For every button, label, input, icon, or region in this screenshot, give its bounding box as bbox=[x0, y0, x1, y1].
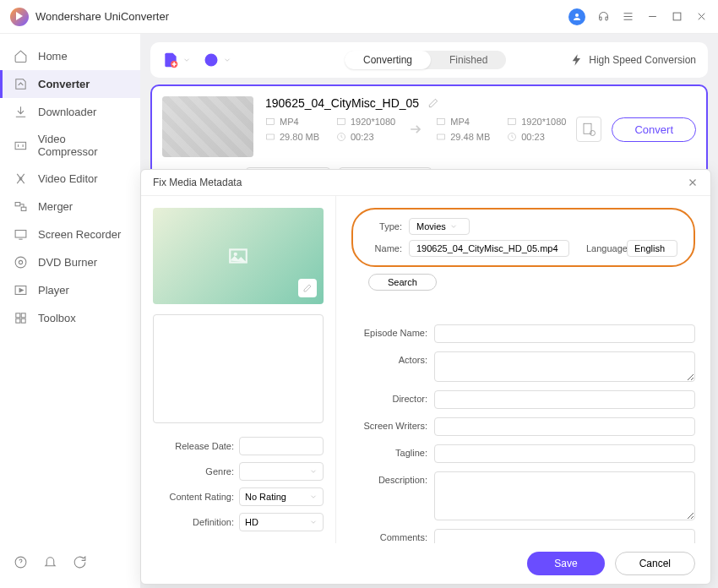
svg-rect-13 bbox=[21, 318, 25, 323]
recorder-icon bbox=[14, 227, 28, 242]
maximize-icon[interactable] bbox=[671, 10, 683, 23]
svg-rect-12 bbox=[16, 318, 20, 323]
feedback-icon[interactable] bbox=[73, 555, 87, 569]
status-tabs: Converting Finished bbox=[345, 51, 506, 69]
sidebar-item-label: DVD Burner bbox=[38, 256, 97, 269]
metadata-modal: Fix Media Metadata Release Date: Genre: … bbox=[140, 169, 711, 585]
poster-placeholder[interactable] bbox=[153, 314, 324, 423]
sidebar-item-merger[interactable]: Merger bbox=[0, 193, 140, 220]
bell-icon[interactable] bbox=[43, 555, 57, 569]
sidebar: Home Converter Downloader Video Compress… bbox=[0, 34, 140, 588]
name-input[interactable] bbox=[409, 240, 569, 257]
tab-converting[interactable]: Converting bbox=[345, 51, 431, 69]
duration-icon bbox=[336, 132, 346, 142]
chevron-down-icon bbox=[309, 467, 318, 476]
modal-close-icon[interactable] bbox=[687, 177, 699, 188]
svg-point-24 bbox=[590, 131, 596, 136]
headset-icon[interactable] bbox=[597, 10, 610, 23]
svg-point-0 bbox=[575, 14, 579, 17]
chevron-down-icon bbox=[449, 222, 458, 231]
sidebar-item-label: Video Compressor bbox=[38, 133, 127, 158]
release-date-label: Release Date: bbox=[153, 441, 234, 451]
chevron-down-icon bbox=[223, 56, 231, 64]
video-thumbnail[interactable] bbox=[162, 96, 253, 157]
comments-input[interactable] bbox=[434, 529, 695, 543]
sidebar-item-home[interactable]: Home bbox=[0, 42, 140, 70]
video-preview bbox=[153, 208, 324, 304]
sidebar-item-label: Toolbox bbox=[38, 312, 76, 324]
episode-name-input[interactable] bbox=[434, 324, 695, 343]
sidebar-item-label: Screen Recorder bbox=[38, 228, 121, 241]
home-icon bbox=[14, 49, 28, 63]
actors-label: Actors: bbox=[351, 351, 427, 365]
cancel-button[interactable]: Cancel bbox=[615, 552, 695, 575]
toolbox-icon bbox=[14, 311, 28, 325]
sidebar-item-player[interactable]: Player bbox=[0, 276, 140, 304]
add-url-button[interactable] bbox=[203, 52, 231, 68]
minimize-icon[interactable] bbox=[646, 10, 659, 23]
genre-select[interactable] bbox=[239, 462, 324, 481]
edit-preview-button[interactable] bbox=[298, 279, 317, 297]
rename-icon[interactable] bbox=[427, 97, 439, 109]
image-placeholder-icon bbox=[227, 245, 249, 267]
definition-label: Definition: bbox=[153, 517, 234, 527]
type-select[interactable]: Movies bbox=[409, 218, 470, 235]
menu-icon[interactable] bbox=[622, 10, 634, 23]
language-select[interactable]: English bbox=[627, 240, 677, 257]
language-label: Language: bbox=[586, 243, 620, 253]
format-icon bbox=[265, 117, 275, 127]
tagline-label: Tagline: bbox=[351, 444, 427, 458]
chevron-down-icon bbox=[309, 493, 318, 501]
size-icon bbox=[436, 132, 446, 142]
high-speed-toggle[interactable]: High Speed Conversion bbox=[570, 53, 696, 67]
source-duration: 00:23 bbox=[351, 132, 374, 142]
save-button[interactable]: Save bbox=[527, 552, 604, 575]
sidebar-item-downloader[interactable]: Downloader bbox=[0, 98, 140, 126]
help-icon[interactable] bbox=[14, 555, 28, 569]
director-label: Director: bbox=[351, 390, 427, 404]
modal-title: Fix Media Metadata bbox=[153, 177, 242, 188]
convert-button[interactable]: Convert bbox=[612, 117, 696, 142]
svg-rect-17 bbox=[267, 119, 275, 125]
app-title: Wondershare UniConverter bbox=[35, 10, 169, 23]
definition-select[interactable]: HD bbox=[239, 513, 324, 531]
name-label: Name: bbox=[368, 243, 402, 253]
download-icon bbox=[14, 105, 28, 119]
sidebar-item-dvd[interactable]: DVD Burner bbox=[0, 248, 140, 276]
svg-point-7 bbox=[15, 257, 26, 268]
dvd-icon bbox=[14, 255, 28, 270]
close-icon[interactable] bbox=[695, 10, 708, 23]
actors-input[interactable] bbox=[434, 351, 695, 382]
sidebar-item-editor[interactable]: Video Editor bbox=[0, 165, 140, 193]
sidebar-item-converter[interactable]: Converter bbox=[0, 70, 140, 98]
description-input[interactable] bbox=[434, 471, 695, 520]
sidebar-item-label: Downloader bbox=[38, 106, 96, 118]
add-file-button[interactable] bbox=[162, 52, 191, 68]
description-label: Description: bbox=[351, 471, 427, 485]
file-name: 190625_04_CityMisc_HD_05 bbox=[265, 96, 419, 110]
resolution-icon bbox=[507, 117, 517, 127]
director-input[interactable] bbox=[434, 390, 695, 409]
sidebar-item-label: Converter bbox=[38, 78, 90, 90]
search-button[interactable]: Search bbox=[368, 274, 437, 291]
resolution-icon bbox=[336, 117, 346, 127]
app-logo-icon bbox=[10, 8, 29, 26]
sidebar-item-toolbox[interactable]: Toolbox bbox=[0, 304, 140, 332]
sidebar-item-recorder[interactable]: Screen Recorder bbox=[0, 220, 140, 248]
bolt-icon bbox=[570, 53, 584, 67]
svg-rect-5 bbox=[21, 207, 26, 210]
source-format: MP4 bbox=[280, 117, 299, 127]
tagline-input[interactable] bbox=[434, 444, 695, 463]
svg-rect-20 bbox=[438, 119, 445, 125]
sidebar-item-label: Home bbox=[38, 50, 68, 63]
release-date-input[interactable] bbox=[239, 437, 324, 455]
sidebar-item-compressor[interactable]: Video Compressor bbox=[0, 126, 140, 165]
user-avatar-icon[interactable] bbox=[568, 8, 585, 25]
output-settings-button[interactable] bbox=[576, 117, 601, 142]
chevron-down-icon bbox=[309, 518, 318, 526]
content-rating-select[interactable]: No Rating bbox=[239, 487, 324, 506]
screen-writers-input[interactable] bbox=[434, 417, 695, 436]
source-size: 29.80 MB bbox=[280, 132, 319, 142]
svg-rect-4 bbox=[15, 203, 20, 206]
tab-finished[interactable]: Finished bbox=[431, 51, 506, 69]
